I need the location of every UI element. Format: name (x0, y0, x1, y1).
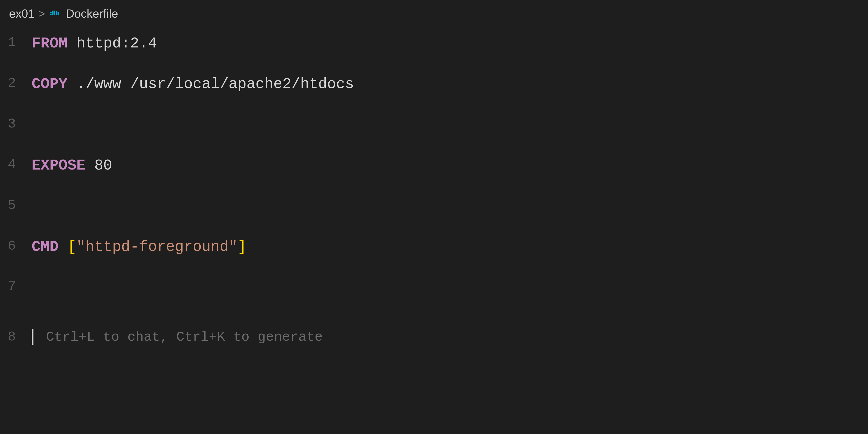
cmd-string: "httpd-foreground" (76, 239, 238, 255)
docker-icon (49, 7, 62, 20)
keyword-from: FROM (32, 35, 67, 52)
line-number-8: 8 (0, 326, 27, 348)
code-line-8: 8 Ctrl+L to chat, Ctrl+K to generate (0, 316, 868, 357)
line-number-4: 4 (0, 154, 27, 176)
line-number-6: 6 (0, 235, 27, 257)
copy-value: ./www /usr/local/apache2/htdocs (67, 76, 354, 93)
line-content-2: COPY ./www /usr/local/apache2/htdocs (27, 72, 868, 96)
code-line-6: 6 CMD ["httpd-foreground"] (0, 235, 868, 276)
expose-value: 80 (86, 157, 112, 174)
line-number-7: 7 (0, 276, 27, 298)
line-number-5: 5 (0, 194, 27, 216)
text-cursor (32, 329, 33, 345)
line-content-6: CMD ["httpd-foreground"] (27, 235, 868, 259)
line-content-4: EXPOSE 80 (27, 154, 868, 178)
line-number-1: 1 (0, 32, 27, 53)
from-value: httpd:2.4 (67, 35, 157, 52)
keyword-copy: COPY (32, 76, 67, 93)
breadcrumb-folder: ex01 (9, 7, 35, 20)
svg-rect-1 (52, 12, 54, 15)
code-line-2: 2 COPY ./www /usr/local/apache2/htdocs (0, 72, 868, 113)
editor-container: ex01 > Dockerfile 1 FROM httpd:2.4 (0, 0, 868, 434)
bracket-close: ] (238, 239, 247, 255)
code-line-1: 1 FROM httpd:2.4 (0, 32, 868, 72)
inline-hint-text: Ctrl+L to chat, Ctrl+K to generate (46, 329, 323, 345)
breadcrumb-filename: Dockerfile (66, 7, 118, 20)
svg-rect-5 (50, 12, 52, 13)
keyword-cmd: CMD (32, 239, 59, 255)
code-line-7: 7 (0, 276, 868, 316)
svg-rect-0 (50, 13, 52, 15)
keyword-expose: EXPOSE (32, 157, 86, 174)
svg-rect-6 (52, 11, 54, 12)
breadcrumb-separator: > (38, 7, 45, 20)
svg-rect-2 (54, 12, 55, 15)
svg-rect-4 (58, 12, 59, 15)
code-line-5: 5 (0, 194, 868, 235)
line-number-2: 2 (0, 72, 27, 94)
line-content-1: FROM httpd:2.4 (27, 32, 868, 56)
code-line-3: 3 (0, 113, 868, 154)
svg-rect-3 (56, 11, 57, 15)
svg-rect-7 (54, 11, 55, 12)
cmd-space (59, 239, 68, 255)
line-number-3: 3 (0, 113, 27, 135)
bracket-open: [ (67, 239, 76, 255)
code-editor[interactable]: 1 FROM httpd:2.4 2 COPY ./www /usr/local… (0, 27, 868, 434)
code-line-4: 4 EXPOSE 80 (0, 154, 868, 194)
breadcrumb: ex01 > Dockerfile (0, 0, 868, 27)
line-content-8: Ctrl+L to chat, Ctrl+K to generate (27, 325, 868, 349)
